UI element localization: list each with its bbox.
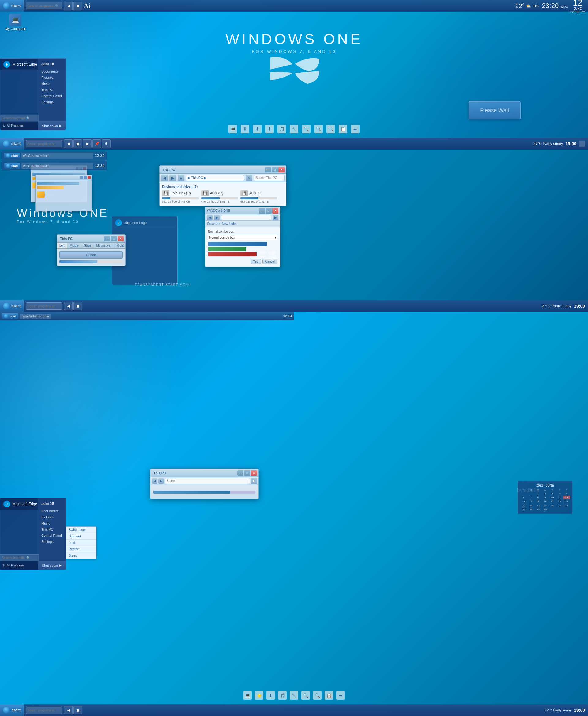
explorer-close[interactable]: ✕	[278, 167, 285, 172]
bottom-shutdown-button[interactable]: Shut down ▶	[38, 561, 65, 570]
start-menu-documents[interactable]: Documents	[40, 69, 64, 74]
desktop-icon-8[interactable]: 🔍	[314, 125, 323, 133]
tab-state[interactable]: State	[82, 243, 94, 248]
please-wait-button[interactable]: Please Wait	[468, 101, 521, 120]
shutdown-button[interactable]: Shut down ▶	[38, 121, 65, 130]
explorer-maximize[interactable]: □	[272, 167, 278, 172]
final-taskbar-icon2[interactable]: ◼	[74, 706, 82, 714]
thumb-close-front[interactable]	[88, 177, 91, 179]
demo-big-button[interactable]: Button	[59, 251, 123, 259]
thumb-min-front[interactable]	[80, 177, 83, 179]
bottom-icon-9[interactable]: ➡	[336, 691, 345, 700]
desktop-icon-6[interactable]: 🔧	[290, 125, 298, 133]
win-one-demo-min[interactable]: —	[259, 208, 265, 213]
middle-taskbar-icon2[interactable]: ◼	[74, 139, 82, 148]
final-search-input[interactable]	[27, 709, 55, 712]
middle-taskbar-icon4[interactable]: 📌	[92, 139, 101, 148]
demo-address-bar[interactable]	[221, 215, 271, 220]
desktop-icon-3[interactable]: ⬇	[253, 125, 261, 133]
preview-start-btn-2[interactable]: start	[4, 163, 20, 168]
start-menu-search-input[interactable]	[2, 117, 26, 120]
bottom-menu-settings[interactable]: Settings	[40, 539, 64, 545]
bottom-icon-4[interactable]: 🎵	[278, 691, 287, 700]
thumb-max-front[interactable]	[84, 177, 87, 179]
middle-taskbar-icon1[interactable]: ◀	[64, 139, 72, 148]
bottom-icon-2[interactable]: ⭐	[255, 691, 264, 700]
tab-right[interactable]: Right	[114, 243, 126, 248]
explorer-forward-btn[interactable]: ▶	[169, 175, 176, 181]
signout-sign-out[interactable]: Sign out	[66, 533, 96, 539]
desktop-icon-2[interactable]: ⬇	[241, 125, 249, 133]
demo-nav-go[interactable]: ▶	[273, 215, 278, 220]
explorer-up-btn[interactable]: ▲	[177, 175, 184, 181]
final-start-button[interactable]: start	[0, 704, 24, 716]
bottom-menu-pictures[interactable]: Pictures	[40, 514, 64, 520]
desktop-icon-7[interactable]: 🔍	[302, 125, 311, 133]
demo-combo-box[interactable]: Normal combo box ▾	[208, 235, 277, 240]
signout-switch-user[interactable]: Switch user	[66, 527, 96, 533]
explorer-search-box[interactable]: Search This PC	[254, 175, 285, 181]
bottom-menu-documents[interactable]: Documents	[40, 508, 64, 514]
desktop-icon-11[interactable]: ➡	[351, 125, 359, 133]
bottom-icon-8[interactable]: 📋	[324, 691, 333, 700]
final-taskbar-icon1[interactable]: ◀	[64, 706, 72, 714]
desktop-icon-5[interactable]: 🎵	[277, 125, 286, 133]
pc-demo-min[interactable]: —	[104, 236, 110, 241]
desktop-icon-9[interactable]: 🔍	[327, 125, 335, 133]
explorer-minimize[interactable]: —	[265, 167, 271, 172]
pc-demo-max[interactable]: □	[111, 236, 117, 241]
demo-nav-forward[interactable]: ▶	[214, 215, 219, 220]
this-pc-bottom-max[interactable]: □	[244, 470, 250, 476]
start-menu-pictures[interactable]: Pictures	[40, 75, 64, 80]
this-pc-bottom-min[interactable]: —	[237, 470, 244, 476]
bottom-icon-6[interactable]: 🔍	[301, 691, 310, 700]
this-pc-bottom-close[interactable]: ✕	[251, 470, 257, 476]
taskbar-search-input[interactable]	[27, 4, 55, 8]
desktop-icon-4[interactable]: ⬇	[265, 125, 274, 133]
demo-nav-back[interactable]: ◀	[207, 215, 212, 220]
signout-lock[interactable]: Lock	[66, 539, 96, 546]
this-pc-search-go[interactable]: ▶	[251, 478, 257, 484]
start-button[interactable]: start	[0, 0, 24, 12]
bottom-icon-3[interactable]: ⬇	[267, 691, 275, 700]
middle-start-button[interactable]: start	[0, 138, 24, 149]
taskbar-icon-extra[interactable]: ◼	[74, 2, 82, 10]
taskbar-search-box[interactable]: 🔍	[26, 2, 62, 9]
win-one-demo-max[interactable]: □	[266, 208, 272, 213]
bottom-menu-thispc[interactable]: This PC	[40, 527, 64, 532]
bottom-all-programs[interactable]: ⚙ All Programs	[3, 564, 24, 567]
middle-taskbar-search[interactable]	[26, 140, 62, 147]
taskbar-icon-back[interactable]: ◀	[64, 2, 72, 10]
explorer-back-btn[interactable]: ◀	[161, 175, 168, 181]
bottom-taskbar-icon2[interactable]: ◼	[74, 302, 82, 310]
start-menu-thispc[interactable]: This PC	[40, 87, 64, 93]
start-menu-control[interactable]: Control Panel	[40, 93, 64, 99]
bottom-taskbar-search[interactable]	[26, 302, 62, 310]
start-menu-settings[interactable]: Settings	[40, 99, 64, 105]
bottom-preview-start[interactable]: start	[2, 313, 18, 319]
preview-start-btn-1[interactable]: start	[4, 153, 20, 158]
desktop-icon-1[interactable]: 💻	[229, 125, 237, 133]
my-computer-icon[interactable]: 💻 My Computer	[5, 14, 26, 30]
bottom-icon-1[interactable]: 💻	[243, 691, 252, 700]
explorer-refresh-btn[interactable]: ↻	[246, 175, 252, 181]
middle-taskbar-icon5[interactable]: ⚙	[102, 139, 110, 148]
taskbar-preview-1[interactable]: start WinCustomize.com 12:34	[2, 151, 107, 160]
bottom-taskbar-icon1[interactable]: ◀	[64, 302, 72, 310]
start-menu-music[interactable]: Music	[40, 81, 64, 86]
bottom-icon-7[interactable]: 🔍	[313, 691, 321, 700]
middle-search-input[interactable]	[27, 142, 55, 145]
desktop-icon-10[interactable]: 📋	[339, 125, 347, 133]
tab-mouseover[interactable]: Mouseover	[94, 243, 114, 248]
bottom-menu-music[interactable]: Music	[40, 520, 64, 526]
bottom-menu-control[interactable]: Control Panel	[40, 533, 64, 538]
middle-taskbar-icon3[interactable]: ▶	[83, 139, 91, 148]
this-pc-bottom-search[interactable]: Search	[165, 478, 250, 484]
bottom-start-button[interactable]: start	[0, 300, 24, 312]
pc-demo-close[interactable]: ✕	[118, 236, 124, 241]
tab-left[interactable]: Left	[57, 243, 67, 248]
bottom-search-input[interactable]	[27, 305, 55, 308]
explorer-address-bar[interactable]: ▶ This PC ▶	[186, 175, 244, 181]
final-taskbar-search[interactable]	[26, 707, 62, 714]
all-programs-link[interactable]: ⚙ All Programs	[3, 124, 24, 127]
